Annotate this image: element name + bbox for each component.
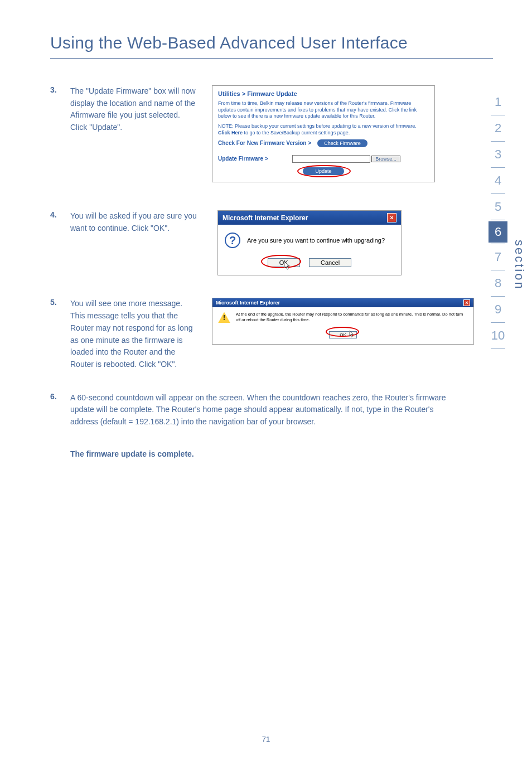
nav-6-active[interactable]: 6 bbox=[489, 221, 507, 243]
warning-icon bbox=[218, 312, 230, 323]
page-title: Using the Web-Based Advanced User Interf… bbox=[50, 33, 493, 52]
question-icon: ? bbox=[225, 233, 240, 248]
p2c: to go to the Save/Backup current setting… bbox=[243, 130, 350, 135]
update-button[interactable]: Update bbox=[303, 167, 344, 175]
nav-8[interactable]: 8 bbox=[490, 270, 506, 296]
dialog-title-bar: Microsoft Internet Explorer × bbox=[212, 298, 473, 307]
dialog-message: Are you sure you want to continue with u… bbox=[247, 237, 385, 244]
section-nav: 1 2 3 4 5 6 7 8 9 10 bbox=[490, 89, 506, 349]
step-4: 4. You will be asked if you are sure you… bbox=[50, 210, 493, 275]
nav-4[interactable]: 4 bbox=[490, 168, 506, 193]
close-icon[interactable]: × bbox=[463, 299, 470, 306]
page-number: 71 bbox=[0, 735, 532, 743]
firmware-paragraph-1: From time to time, Belkin may release ne… bbox=[218, 100, 429, 120]
step-number: 6. bbox=[50, 392, 70, 401]
completion-note: The firmware update is complete. bbox=[70, 449, 493, 458]
cancel-button[interactable]: Cancel bbox=[309, 258, 351, 267]
firmware-paragraph-2: NOTE: Please backup your current setting… bbox=[218, 123, 429, 136]
nav-10[interactable]: 10 bbox=[490, 323, 506, 348]
step-text: A 60-second countdown will appear on the… bbox=[70, 392, 449, 428]
step-number: 5. bbox=[50, 298, 70, 307]
step-number: 3. bbox=[50, 85, 70, 94]
dialog-message: At the end of the upgrade, the Router ma… bbox=[236, 312, 468, 323]
firmware-file-input[interactable] bbox=[292, 155, 370, 163]
dialog-title-bar: Microsoft Internet Explorer × bbox=[218, 211, 401, 225]
step-number: 4. bbox=[50, 210, 70, 219]
nav-3[interactable]: 3 bbox=[490, 142, 506, 167]
nav-7[interactable]: 7 bbox=[490, 244, 506, 270]
step-text: The "Update Firmware" box will now displ… bbox=[70, 85, 204, 134]
step-text: You will see one more message. This mess… bbox=[70, 298, 204, 370]
close-icon[interactable]: × bbox=[387, 213, 396, 222]
check-version-label: Check For New Firmware Version > bbox=[218, 140, 311, 146]
dialog-title: Microsoft Internet Explorer bbox=[223, 214, 308, 222]
section-label: section bbox=[512, 240, 526, 291]
browse-button[interactable]: Browse... bbox=[371, 156, 400, 162]
click-here-link[interactable]: Click Here bbox=[218, 130, 243, 135]
step-text: You will be asked if you are sure you wa… bbox=[70, 210, 204, 234]
title-rule bbox=[50, 58, 493, 59]
p2a: NOTE: Please backup your current setting… bbox=[218, 123, 417, 129]
confirm-dialog-screenshot: Microsoft Internet Explorer × ? Are you … bbox=[217, 210, 402, 275]
nav-1[interactable]: 1 bbox=[490, 89, 506, 115]
ok-button[interactable]: OK bbox=[268, 258, 300, 267]
warning-dialog-screenshot: Microsoft Internet Explorer × At the end… bbox=[212, 298, 474, 345]
step-3: 3. The "Update Firmware" box will now di… bbox=[50, 85, 493, 182]
firmware-update-screenshot: Utilities > Firmware Update From time to… bbox=[212, 85, 435, 182]
firmware-heading: Utilities > Firmware Update bbox=[218, 90, 429, 97]
step-6: 6. A 60-second countdown will appear on … bbox=[50, 392, 493, 428]
step-5: 5. You will see one more message. This m… bbox=[50, 298, 493, 370]
check-firmware-button[interactable]: Check Firmware bbox=[317, 139, 367, 147]
update-firmware-label: Update Firmware > bbox=[218, 156, 268, 162]
ok-button[interactable]: OK bbox=[329, 331, 357, 338]
nav-5[interactable]: 5 bbox=[490, 194, 506, 220]
nav-9[interactable]: 9 bbox=[490, 297, 506, 322]
nav-2[interactable]: 2 bbox=[490, 115, 506, 141]
dialog-title: Microsoft Internet Explorer bbox=[216, 300, 280, 306]
